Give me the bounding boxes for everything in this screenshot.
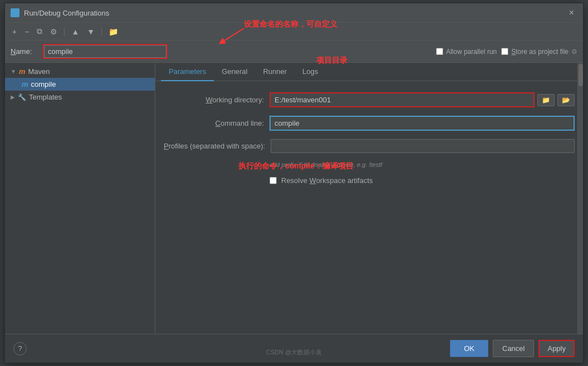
sidebar-templates-label: Templates <box>29 93 62 101</box>
store-project-section: Store as project file ⚙ <box>501 48 577 56</box>
command-line-wrapper <box>270 116 575 131</box>
working-directory-row: Working directory: 📁 📂 <box>164 92 575 107</box>
working-directory-label: Working directory: <box>164 96 264 104</box>
allow-parallel-label: Allow parallel run <box>446 48 497 56</box>
wrench-icon: 🔧 <box>18 93 26 101</box>
sidebar-item-templates[interactable]: ▶ 🔧 Templates <box>5 91 155 103</box>
sidebar-item-maven[interactable]: ▼ m Maven <box>5 65 155 78</box>
resolve-workspace-row: Resolve Workspace artifacts <box>270 176 575 185</box>
resolve-workspace-checkbox[interactable] <box>270 177 277 184</box>
bottom-bar: ? OK Cancel Apply <box>5 334 583 363</box>
ok-button[interactable]: OK <box>450 340 488 357</box>
scroll-thumb[interactable] <box>579 64 583 86</box>
dialog-title: Run/Debug Configurations <box>24 9 109 17</box>
profiles-input-group <box>271 139 575 153</box>
sidebar-item-compile[interactable]: m compile <box>5 78 155 91</box>
toolbar: + − ⧉ ⚙ ▲ ▼ 📁 <box>5 23 583 41</box>
sidebar-maven-label: Maven <box>28 67 50 76</box>
sidebar: ▼ m Maven m compile ▶ 🔧 Templates <box>5 63 155 334</box>
folder-button[interactable]: 📁 <box>106 26 121 38</box>
tab-runner[interactable]: Runner <box>255 63 295 81</box>
templates-chevron-icon: ▶ <box>11 94 15 100</box>
tab-parameters[interactable]: Parameters <box>161 63 214 81</box>
name-input[interactable] <box>44 45 166 58</box>
help-button[interactable]: ? <box>13 342 27 355</box>
name-row: Name: Allow parallel run Store as projec… <box>5 41 583 63</box>
apply-button[interactable]: Apply <box>538 340 575 357</box>
copy-config-button[interactable]: ⧉ <box>34 25 45 38</box>
cancel-button[interactable]: Cancel <box>493 340 534 357</box>
remove-config-button[interactable]: − <box>22 26 32 38</box>
close-button[interactable]: × <box>566 7 577 19</box>
toolbar-separator-2 <box>101 27 102 36</box>
title-bar: Run/Debug Configurations × <box>5 3 583 23</box>
working-directory-input-group: 📁 📂 <box>270 92 575 107</box>
store-project-label: Store as project file <box>511 48 569 56</box>
main-panel: Parameters General Runner Logs Working d… <box>155 63 583 334</box>
compile-icon: m <box>22 80 28 88</box>
add-config-button[interactable]: + <box>9 26 19 38</box>
sidebar-maven-section: ▼ m Maven m compile ▶ 🔧 Templates <box>5 63 155 106</box>
working-directory-input[interactable] <box>271 93 533 106</box>
toolbar-separator-1 <box>64 27 65 36</box>
allow-parallel-checkbox[interactable] <box>436 48 443 55</box>
name-label: Name: <box>11 47 38 56</box>
resolve-workspace-label: Resolve Workspace artifacts <box>281 176 373 185</box>
sidebar-compile-label: compile <box>31 80 56 88</box>
maven-icon: m <box>19 67 26 76</box>
svg-marker-0 <box>12 10 18 15</box>
command-line-input[interactable] <box>271 117 574 130</box>
settings-config-button[interactable]: ⚙ <box>47 26 60 38</box>
app-icon <box>11 8 19 17</box>
tabs-bar: Parameters General Runner Logs <box>155 63 583 81</box>
profiles-input[interactable] <box>271 139 575 153</box>
move-down-button[interactable]: ▼ <box>84 26 97 38</box>
name-input-wrapper <box>43 44 168 59</box>
working-directory-wrapper <box>270 92 535 107</box>
maven-chevron-icon: ▼ <box>11 68 16 75</box>
parallel-run-section: Allow parallel run <box>436 48 497 56</box>
action-buttons: OK Cancel Apply <box>450 340 575 357</box>
tab-logs[interactable]: Logs <box>295 63 326 81</box>
move-up-button[interactable]: ▲ <box>68 26 82 38</box>
parameters-content: Working directory: 📁 📂 <box>155 81 583 196</box>
store-project-checkbox[interactable] <box>501 48 508 55</box>
tab-general[interactable]: General <box>214 63 255 81</box>
store-project-gear-icon[interactable]: ⚙ <box>571 48 577 56</box>
profiles-hint: add prefix '!' to disable a profile, e.g… <box>270 161 575 168</box>
command-line-label: Command line: <box>164 119 264 127</box>
working-dir-browse-button[interactable]: 📂 <box>557 94 575 106</box>
title-bar-left: Run/Debug Configurations <box>11 8 109 17</box>
scrollbar[interactable] <box>577 63 583 334</box>
command-line-input-group <box>270 116 575 131</box>
content-area: ▼ m Maven m compile ▶ 🔧 Templates <box>5 63 583 334</box>
profiles-label: Profiles (separated with space): <box>164 142 265 150</box>
profiles-row: Profiles (separated with space): <box>164 139 575 153</box>
working-dir-folder-button[interactable]: 📁 <box>537 94 555 106</box>
dialog: Run/Debug Configurations × + − ⧉ ⚙ ▲ ▼ 📁… <box>4 3 584 363</box>
command-line-row: Command line: <box>164 116 575 131</box>
